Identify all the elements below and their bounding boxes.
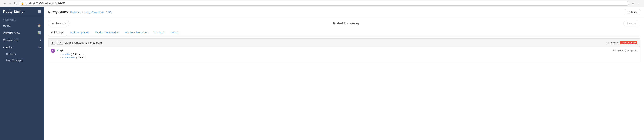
prev-arrow: ← <box>52 22 54 25</box>
previous-button[interactable]: ← Previous <box>48 21 70 26</box>
step-name-row: ✓ git <box>56 49 611 52</box>
sidebar: Rusty Stuffy ☰ NAVIGATION Home 🏠 Waterfa… <box>0 7 44 140</box>
url-text: localhost:8080/#/builders/1/builds/33 <box>25 2 65 5</box>
top-header: Rusty Stuffy Builders / cargo3-runtests … <box>44 7 644 18</box>
builders-label: Builders <box>6 53 16 56</box>
home-icon: 🏠 <box>38 24 41 27</box>
sidebar-title: Rusty Stuffy <box>3 10 24 14</box>
step-link-stdio[interactable]: ↘ stdio <box>62 53 70 56</box>
breadcrumb-build-number[interactable]: 33 <box>108 11 112 14</box>
browser-nav-buttons: ← → ↻ <box>2 1 17 6</box>
breadcrumb-sep-2: / <box>106 11 107 14</box>
next-button[interactable]: Next → <box>624 21 640 26</box>
expand-icon-button[interactable]: ▶ <box>51 41 56 45</box>
build-row-header-right: 2 s finished CANCELLED <box>606 41 637 44</box>
tab-build-properties[interactable]: Build Properties <box>67 29 92 36</box>
sidebar-item-home[interactable]: Home 🏠 <box>0 22 44 29</box>
tabs-row: Build steps Build Properties Worker: rus… <box>48 29 640 36</box>
lock-icon: 🔒 <box>21 2 24 5</box>
step-content: ✓ git ○ ↘ stdio (83 lin <box>56 49 611 59</box>
step-link-bullet-2: ○ <box>60 56 61 59</box>
rebuild-button[interactable]: Rebuild <box>625 9 640 15</box>
step-link-stdio-label: stdio <box>64 53 70 56</box>
star-button[interactable]: ☆ <box>630 1 636 6</box>
tab-responsible-users[interactable]: Responsible Users <box>122 29 151 36</box>
build-row-header-left: ▶ ↕All cargo3-runtests/33 | force build <box>51 41 102 45</box>
forward-button[interactable]: → <box>8 1 12 6</box>
builds-arrow-icon: ▾ <box>3 46 4 49</box>
step-links: ○ ↘ stdio (83 lines) ○ <box>56 53 611 59</box>
nav-row: ← Previous Finished 3 minutes ago Next → <box>48 21 640 26</box>
tab-worker[interactable]: Worker: rust-worker <box>92 29 122 36</box>
tab-build-steps[interactable]: Build steps <box>48 29 67 36</box>
build-duration: 2 s finished <box>606 41 618 44</box>
all-badge-text: ↕All <box>58 41 62 44</box>
all-badge: ↕All <box>57 41 63 45</box>
sidebar-item-console[interactable]: Console View ℹ <box>0 37 44 44</box>
finished-text: Finished 3 minutes ago <box>332 22 360 25</box>
step-link-cancelled-count: ( <box>76 56 77 59</box>
hamburger-icon[interactable]: ☰ <box>38 10 41 14</box>
back-button[interactable]: ← <box>2 1 7 6</box>
step-link-cancelled-label: cancelled <box>64 56 75 59</box>
stdio-count-text: 83 lines <box>73 53 82 56</box>
download-icon-stdio: ↘ <box>62 53 64 56</box>
sidebar-item-last-changes[interactable]: Last Changes <box>0 57 44 63</box>
sidebar-item-builders[interactable]: Builders <box>0 51 44 57</box>
prev-label: Previous <box>56 22 66 25</box>
breadcrumb-sep-1: / <box>82 11 83 14</box>
build-table: ▶ ↕All cargo3-runtests/33 | force build … <box>48 38 640 63</box>
build-steps-body: 0 ✓ git ○ ↘ stdi <box>48 47 640 63</box>
step-duration: 2 s update (exception) <box>612 49 637 52</box>
main-content: Rusty Stuffy Builders / cargo3-runtests … <box>44 7 644 140</box>
breadcrumb-builder[interactable]: cargo3-runtests <box>84 11 104 14</box>
waterfall-label: Waterfall View <box>3 31 20 34</box>
header-left: Rusty Stuffy Builders / cargo3-runtests … <box>48 10 111 14</box>
last-changes-label: Last Changes <box>6 59 22 62</box>
console-icon: ℹ <box>40 38 41 42</box>
next-label: Next <box>627 22 633 25</box>
sidebar-nav-label: NAVIGATION <box>0 17 44 22</box>
step-link-cancelled-row: ○ ↘ cancelled (1 line) <box>60 56 611 59</box>
waterfall-icon: 📊 <box>38 31 41 35</box>
cancelled-count-text: 1 line <box>78 56 84 59</box>
content-area: ← Previous Finished 3 minutes ago Next →… <box>44 18 644 140</box>
next-arrow: → <box>634 22 636 25</box>
cancelled-badge: CANCELLED <box>620 41 637 44</box>
sidebar-item-waterfall[interactable]: Waterfall View 📊 <box>0 29 44 37</box>
browser-actions: ☆ ⋮ <box>630 1 642 6</box>
breadcrumb-builders[interactable]: Builders <box>70 11 80 14</box>
sidebar-item-builds[interactable]: ▾ Builds ⚙ <box>0 44 44 51</box>
builds-label: Builds <box>5 46 13 49</box>
build-row-header: ▶ ↕All cargo3-runtests/33 | force build … <box>48 39 640 47</box>
step-number-badge: 0 <box>51 49 55 53</box>
step-link-cancelled[interactable]: ↘ cancelled <box>62 56 75 59</box>
app-layout: Rusty Stuffy ☰ NAVIGATION Home 🏠 Waterfa… <box>0 7 644 140</box>
builds-gear-icon: ⚙ <box>38 46 41 49</box>
step-row-0: 0 ✓ git ○ ↘ stdi <box>51 49 637 59</box>
console-label: Console View <box>3 39 19 42</box>
page-title: Rusty Stuffy <box>48 10 68 14</box>
reload-button[interactable]: ↻ <box>13 1 17 6</box>
menu-button[interactable]: ⋮ <box>636 1 642 6</box>
download-icon-cancelled: ↘ <box>62 56 64 59</box>
browser-bar: ← → ↻ 🔒 localhost:8080/#/builders/1/buil… <box>0 0 644 7</box>
home-label: Home <box>3 24 10 27</box>
build-name: cargo3-runtests/33 | force build <box>65 41 102 44</box>
tab-debug[interactable]: Debug <box>168 29 182 36</box>
tab-changes[interactable]: Changes <box>150 29 167 36</box>
sidebar-header: Rusty Stuffy ☰ <box>0 7 44 17</box>
step-name: git <box>60 49 63 52</box>
step-link-stdio-row: ○ ↘ stdio (83 lines) <box>60 53 611 56</box>
step-link-stdio-count: ( <box>71 53 72 56</box>
address-bar: 🔒 localhost:8080/#/builders/1/builds/33 <box>18 1 629 6</box>
step-success-icon: ✓ <box>56 49 59 52</box>
step-link-bullet-1: ○ <box>60 53 61 55</box>
